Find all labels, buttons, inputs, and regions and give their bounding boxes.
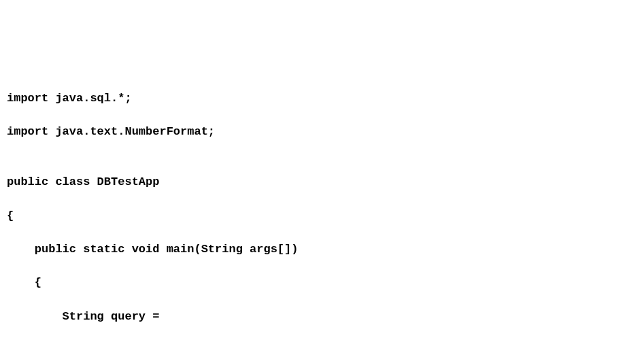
code-line: { (7, 275, 637, 292)
code-line: import java.sql.*; (7, 90, 637, 107)
code-block: import java.sql.*; import java.text.Numb… (7, 74, 637, 342)
code-line: import java.text.NumberFormat; (7, 124, 637, 141)
code-line: { (7, 208, 637, 225)
code-line: String query = (7, 309, 637, 326)
code-line: public class DBTestApp (7, 174, 637, 191)
code-line: public static void main(String args[]) (7, 241, 637, 258)
